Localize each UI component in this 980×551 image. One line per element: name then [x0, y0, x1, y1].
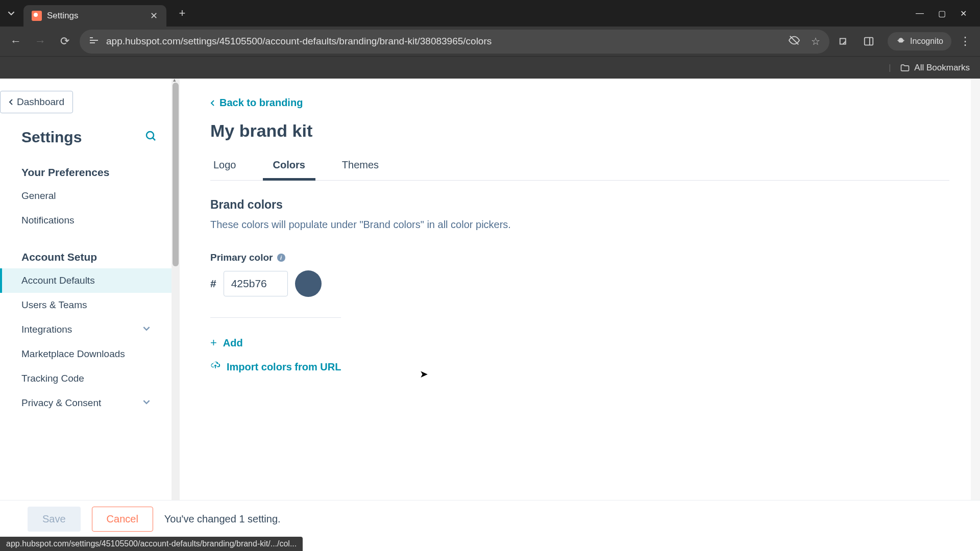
incognito-label: Incognito — [910, 37, 943, 46]
close-tab-icon[interactable]: ✕ — [149, 11, 158, 20]
tab-search-dropdown[interactable] — [4, 6, 18, 20]
url-box[interactable]: app.hubspot.com/settings/45105500/accoun… — [80, 30, 829, 54]
primary-color-swatch[interactable] — [295, 270, 322, 297]
add-color-button[interactable]: + Add — [210, 336, 949, 349]
forward-button[interactable]: → — [31, 32, 50, 51]
brand-colors-heading: Brand colors — [210, 198, 949, 212]
app-content: Dashboard Settings Your Preferences Gene… — [0, 79, 980, 538]
settings-title: Settings — [21, 129, 82, 146]
primary-color-row: # — [210, 270, 949, 297]
sidebar-item-tracking[interactable]: Tracking Code — [0, 366, 172, 391]
all-bookmarks-folder[interactable]: All Bookmarks — [900, 63, 970, 73]
incognito-badge[interactable]: Incognito — [888, 32, 951, 51]
sidebar-item-users-teams[interactable]: Users & Teams — [0, 293, 172, 317]
reload-button[interactable]: ⟳ — [55, 32, 75, 51]
site-info-icon[interactable] — [89, 35, 99, 48]
hash-prefix: # — [210, 278, 216, 290]
dashboard-label: Dashboard — [17, 96, 64, 108]
svg-point-7 — [146, 132, 154, 139]
maximize-icon[interactable]: ▢ — [938, 9, 946, 18]
tab-colors[interactable]: Colors — [270, 155, 308, 180]
change-message: You've changed 1 setting. — [164, 513, 281, 525]
sidepanel-icon[interactable] — [859, 32, 878, 51]
svg-line-8 — [153, 138, 155, 140]
status-bar: app.hubspot.com/settings/45105500/accoun… — [0, 537, 303, 551]
cancel-button[interactable]: Cancel — [92, 507, 153, 532]
bookmarks-divider: | — [889, 63, 891, 72]
page-title: My brand kit — [210, 121, 949, 141]
svg-rect-1 — [90, 40, 98, 41]
bookmarks-bar: | All Bookmarks — [0, 56, 980, 79]
setup-section-label: Account Setup — [0, 246, 172, 268]
bookmark-star-icon[interactable]: ☆ — [811, 35, 820, 47]
sidebar-scrollbar[interactable]: ▴ ▾ — [172, 79, 180, 538]
settings-sidebar: Dashboard Settings Your Preferences Gene… — [0, 79, 172, 538]
sidebar-item-marketplace[interactable]: Marketplace Downloads — [0, 342, 172, 366]
address-bar: ← → ⟳ app.hubspot.com/settings/45105500/… — [0, 27, 980, 56]
eye-off-icon[interactable] — [789, 35, 800, 48]
sidebar-item-privacy[interactable]: Privacy & Consent — [0, 391, 172, 415]
svg-rect-0 — [90, 37, 93, 38]
plus-icon: + — [210, 336, 217, 349]
scrollbar-thumb[interactable] — [173, 83, 179, 266]
browser-menu-icon[interactable]: ⋮ — [957, 35, 974, 48]
new-tab-button[interactable]: + — [174, 5, 191, 22]
tab-logo[interactable]: Logo — [210, 155, 239, 180]
info-icon[interactable]: i — [277, 254, 285, 262]
back-label: Back to branding — [219, 97, 303, 109]
dashboard-back-link[interactable]: Dashboard — [0, 91, 73, 113]
main-panel: Back to branding My brand kit Logo Color… — [180, 79, 980, 538]
svg-rect-2 — [90, 42, 95, 43]
browser-tab[interactable]: Settings ✕ — [23, 5, 166, 27]
brand-colors-desc: These colors will populate under "Brand … — [210, 219, 949, 231]
chevron-down-icon — [143, 398, 150, 408]
back-button[interactable]: ← — [6, 32, 26, 51]
main-scrollbar[interactable] — [971, 79, 980, 538]
browser-chrome: Settings ✕ + — ▢ ✕ ← → ⟳ app.hubspot.com… — [0, 0, 980, 79]
sidebar-item-notifications[interactable]: Notifications — [0, 208, 172, 233]
save-bar: Save Cancel You've changed 1 setting. — [0, 500, 980, 538]
svg-rect-4 — [840, 39, 846, 44]
tab-themes[interactable]: Themes — [339, 155, 382, 180]
chevron-down-icon — [143, 325, 150, 334]
close-window-icon[interactable]: ✕ — [960, 9, 967, 18]
minimize-icon[interactable]: — — [916, 9, 924, 18]
prefs-section-label: Your Preferences — [0, 161, 172, 184]
sidebar-item-general[interactable]: General — [0, 184, 172, 208]
search-icon[interactable] — [145, 130, 157, 144]
cloud-upload-icon — [210, 361, 220, 373]
import-colors-link[interactable]: Import colors from URL — [210, 361, 949, 373]
primary-color-input[interactable] — [224, 271, 288, 296]
back-to-branding-link[interactable]: Back to branding — [210, 97, 303, 109]
url-text: app.hubspot.com/settings/45105500/accoun… — [106, 36, 781, 47]
svg-rect-5 — [865, 38, 873, 45]
divider — [210, 317, 341, 318]
tab-title: Settings — [47, 11, 149, 21]
hubspot-favicon — [32, 11, 42, 21]
tab-bar: Settings ✕ + — ▢ ✕ — [0, 0, 980, 27]
save-button[interactable]: Save — [28, 507, 81, 532]
all-bookmarks-label: All Bookmarks — [914, 63, 970, 73]
window-controls: — ▢ ✕ — [916, 9, 976, 18]
primary-color-label: Primary color i — [210, 252, 285, 263]
media-icon[interactable] — [835, 32, 854, 51]
brand-kit-tabs: Logo Colors Themes — [210, 155, 949, 181]
sidebar-item-integrations[interactable]: Integrations — [0, 317, 172, 342]
sidebar-item-account-defaults[interactable]: Account Defaults — [0, 268, 172, 293]
